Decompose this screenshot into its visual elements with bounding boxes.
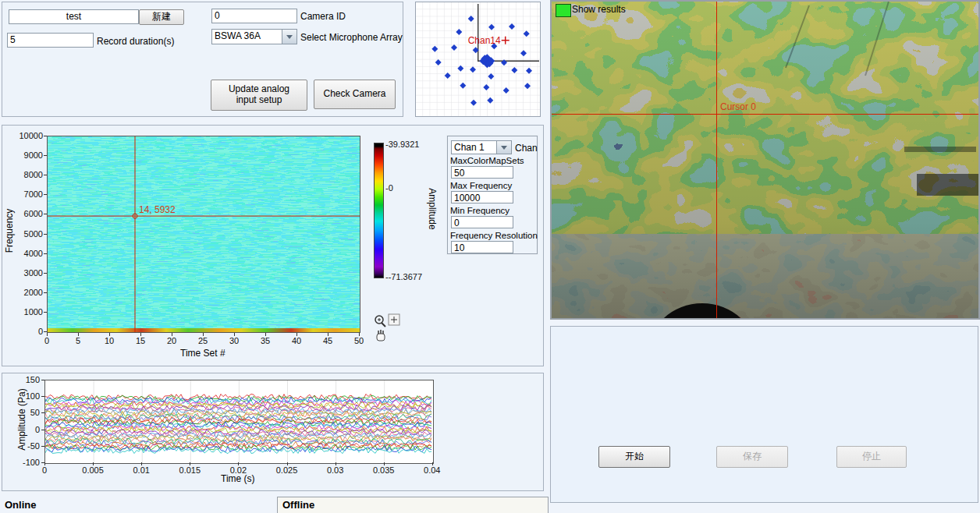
tick-label: 0.03 — [321, 465, 350, 475]
colorbar-title: Amplitude — [427, 182, 438, 236]
mic-array-scatter: Chan14 — [416, 2, 540, 116]
spectrogram-xlabel: Time Set # — [180, 348, 225, 359]
camera-id-label: Camera ID — [300, 11, 346, 22]
tick-label: 30 — [226, 336, 242, 345]
camera-cursor-label: Cursor 0 — [720, 101, 756, 112]
tick-label: 0.005 — [79, 465, 107, 475]
spectrogram-plot[interactable]: 14, 5932 — [47, 136, 360, 333]
tick-label: 20 — [164, 336, 179, 345]
show-results-checkbox[interactable] — [556, 4, 571, 17]
camera-view[interactable]: Cursor 0 Show results — [550, 0, 980, 320]
tick-label: 0.015 — [176, 465, 204, 475]
max-frequency-input[interactable]: 10000 — [451, 191, 513, 203]
chan-label: Chan — [515, 143, 538, 154]
spectrogram-image — [48, 136, 360, 332]
tick-label: 45 — [320, 336, 336, 345]
chan-select-value: Chan 1 — [452, 141, 496, 154]
chevron-down-icon[interactable] — [282, 30, 296, 44]
waveform-plot[interactable] — [44, 380, 434, 464]
colorbar-mid-label: -0 — [385, 183, 393, 193]
show-results-label: Show results — [572, 4, 626, 15]
tick-label: 35 — [257, 336, 273, 345]
tick-label: 50 — [351, 336, 367, 345]
save-button[interactable]: 保存 — [716, 446, 788, 468]
graph-palette[interactable] — [371, 313, 403, 345]
start-button[interactable]: 开始 — [598, 446, 670, 468]
tick-label: 10000 — [9, 131, 43, 140]
session-name-input[interactable]: test — [9, 9, 139, 24]
tick-label: 0 — [9, 327, 43, 336]
tick-label: 25 — [195, 336, 211, 345]
tick-label: 0 — [30, 465, 59, 475]
maxcolormapsets-label: MaxColorMapSets — [450, 156, 524, 165]
tick-label: 15 — [133, 336, 148, 345]
waveform-traces — [45, 380, 433, 463]
frequency-resolution-label: Frequency Resolution — [450, 231, 538, 240]
tick-label: 0.025 — [273, 465, 301, 475]
tick-label: 0.01 — [127, 465, 155, 475]
camera-id-input[interactable]: 0 — [211, 9, 297, 23]
setup-panel: test 新建 5 Record duration(s) 0 Camera ID… — [2, 2, 403, 117]
camera-cursor-hline[interactable] — [552, 114, 978, 115]
svg-text:Chan14: Chan14 — [468, 35, 501, 46]
new-session-button[interactable]: 新建 — [139, 9, 184, 25]
analysis-controls-cluster: Chan 1 Chan MaxColorMapSets 50 Max Frequ… — [447, 136, 538, 254]
tick-label: 40 — [289, 336, 304, 345]
colorbar-min-label: --71.3677 — [385, 272, 422, 281]
colorbar-max-label: -39.9321 — [385, 140, 419, 149]
tick-label: 3000 — [9, 268, 43, 278]
offline-status-box: Offline — [277, 497, 549, 513]
spectrogram-panel: 14, 5932 1000090008000700060005000400030… — [2, 125, 544, 366]
acoustic-heatmap-overlay — [552, 2, 978, 318]
zoom-icon — [375, 316, 385, 327]
waveform-ylabel: Amplitude (Pa) — [16, 384, 27, 455]
min-frequency-label: Min Frequency — [450, 206, 510, 215]
tick-label: 150 — [13, 375, 40, 384]
pan-hand-icon — [377, 330, 385, 341]
acoustic-camera-app: test 新建 5 Record duration(s) 0 Camera ID… — [0, 0, 980, 513]
record-duration-input[interactable]: 5 — [7, 33, 94, 48]
tick-label: 9000 — [9, 150, 43, 160]
cursor-tool-icon — [389, 314, 399, 325]
mic-array-value: BSWA 36A — [212, 30, 282, 44]
mic-array-select[interactable]: BSWA 36A — [211, 29, 297, 44]
update-analog-input-button[interactable]: Update analog input setup — [211, 80, 307, 111]
tick-label: 2000 — [9, 288, 43, 297]
chevron-down-icon[interactable] — [496, 141, 511, 154]
spectrogram-ylabel: Frequency — [4, 203, 15, 258]
chan-select[interactable]: Chan 1 — [451, 140, 512, 154]
online-status-label: Online — [5, 499, 36, 511]
tick-label: 0.04 — [418, 465, 446, 475]
camera-cursor-vline[interactable] — [716, 2, 717, 318]
maxcolormapsets-input[interactable]: 50 — [451, 166, 513, 179]
waveform-panel: 150100500-50-100 00.0050.010.0150.020.02… — [2, 373, 544, 491]
mic-array-label: Select Microphone Array — [300, 32, 403, 43]
mic-array-plot[interactable]: Chan14 — [415, 2, 541, 117]
tick-label: 0 — [39, 336, 55, 345]
tick-label: 5 — [70, 336, 86, 345]
tick-label: 8000 — [9, 170, 43, 179]
record-duration-label: Record duration(s) — [97, 36, 174, 47]
max-frequency-label: Max Frequency — [450, 181, 512, 190]
min-frequency-input[interactable]: 0 — [451, 216, 513, 228]
waveform-xlabel: Time (s) — [221, 473, 255, 484]
tick-label: 1000 — [9, 307, 43, 317]
spectrogram-cursor-label: 14, 5932 — [139, 204, 176, 215]
action-panel: 开始 保存 停止 — [550, 326, 978, 503]
stop-button[interactable]: 停止 — [836, 446, 907, 468]
frequency-resolution-input[interactable]: 10 — [451, 241, 513, 253]
check-camera-button[interactable]: Check Camera — [314, 80, 396, 109]
tick-label: 10 — [101, 336, 117, 345]
amplitude-colorbar — [374, 143, 384, 278]
tick-label: 0.035 — [370, 465, 398, 475]
tick-label: 7000 — [9, 189, 43, 199]
